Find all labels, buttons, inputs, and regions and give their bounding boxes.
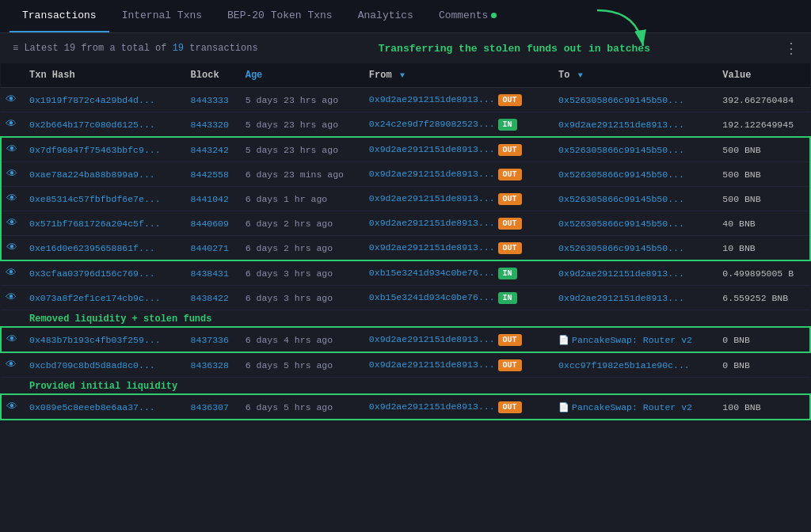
col-value: Value [718, 63, 810, 88]
txn-hash-link[interactable]: 0x089e5c8eeeb8e6aa37... [29, 402, 155, 412]
to-address[interactable]: 0x526305866c99145b50... [558, 145, 684, 155]
col-eye [1, 63, 25, 88]
from-address[interactable]: 0x9d2ae2912151de8913... [369, 242, 495, 253]
age-cell: 5 days 23 hrs ago [241, 112, 364, 138]
tab-transactions[interactable]: Transactions [10, 0, 109, 32]
to-address[interactable]: 0x526305866c99145b50... [558, 243, 684, 253]
table-row: 👁0xcbd709c8bd5d8ad8c0...84363286 days 5 … [1, 352, 810, 378]
eye-icon[interactable]: 👁 [6, 217, 17, 230]
value-cell: 40 BNB [718, 211, 810, 236]
block-link[interactable]: 8436328 [191, 360, 229, 370]
from-address[interactable]: 0x9d2ae2912151de8913... [369, 401, 495, 412]
block-link[interactable]: 8443320 [191, 120, 229, 130]
eye-icon[interactable]: 👁 [6, 168, 17, 180]
from-address[interactable]: 0x9d2ae2912151de8913... [369, 334, 495, 344]
eye-icon[interactable]: 👁 [6, 192, 17, 205]
label-text: Provided initial liquidity [1, 378, 810, 395]
direction-badge: OUT [498, 94, 522, 106]
tab-comments[interactable]: Comments [426, 0, 509, 32]
col-age: Age [241, 63, 364, 88]
txn-count[interactable]: 19 [173, 43, 184, 54]
from-address[interactable]: 0x9d2ae2912151de8913... [369, 218, 495, 228]
from-address[interactable]: 0xb15e3241d934c0be76... [369, 268, 495, 278]
age-cell: 5 days 23 hrs ago [241, 88, 364, 112]
comments-dot-icon [491, 13, 497, 18]
block-link[interactable]: 8443333 [191, 95, 229, 105]
direction-badge: OUT [498, 359, 522, 371]
block-link[interactable]: 8437336 [191, 335, 229, 345]
txn-hash-link[interactable]: 0x3cfaa03796d156c769... [29, 268, 155, 279]
value-cell: 500 BNB [718, 162, 810, 187]
table-row: 👁0x3cfaa03796d156c769...84384316 days 3 … [1, 260, 810, 286]
txn-hash-link[interactable]: 0x571bf7681726a204c5f... [29, 218, 161, 229]
txn-hash-link[interactable]: 0xe85314c57fbfbdf6e7e... [29, 194, 161, 204]
eye-icon[interactable]: 👁 [6, 118, 17, 131]
from-address[interactable]: 0x24c2e9d7f289082523... [369, 119, 495, 129]
to-address[interactable]: 0x526305866c99145b50... [558, 169, 684, 180]
age-cell: 6 days 2 hrs ago [241, 236, 364, 261]
txn-hash-link[interactable]: 0xae78a224ba88b899a9... [29, 169, 155, 180]
block-link[interactable]: 8440271 [191, 243, 229, 253]
to-address[interactable]: 0x9d2ae2912151de8913... [558, 268, 684, 279]
from-address[interactable]: 0xb15e3241d934c0be76... [369, 292, 495, 302]
block-link[interactable]: 8438431 [191, 268, 229, 279]
eye-icon[interactable]: 👁 [6, 267, 17, 279]
direction-badge: OUT [498, 218, 522, 230]
block-link[interactable]: 8436307 [191, 402, 229, 412]
eye-icon[interactable]: 👁 [6, 291, 17, 304]
txn-hash-link[interactable]: 0x7df96847f75463bbfc9... [29, 145, 161, 155]
block-link[interactable]: 8442558 [191, 169, 229, 180]
value-cell: 10 BNB [718, 236, 810, 261]
from-address[interactable]: 0x9d2ae2912151de8913... [369, 94, 495, 104]
block-link[interactable]: 8440609 [191, 218, 229, 229]
to-address[interactable]: 0x526305866c99145b50... [558, 218, 684, 229]
to-address[interactable]: 0x526305866c99145b50... [558, 194, 684, 204]
tab-analytics[interactable]: Analytics [345, 0, 426, 32]
table-row: 👁0x483b7b193c4fb03f259...84373366 days 4… [1, 327, 810, 352]
to-address[interactable]: 0x526305866c99145b50... [558, 95, 684, 105]
to-address[interactable]: 0x9d2ae2912151de8913... [558, 293, 684, 303]
txn-hash-link[interactable]: 0x1919f7872c4a29bd4d... [29, 95, 155, 105]
value-cell: 500 BNB [718, 137, 810, 162]
eye-icon[interactable]: 👁 [6, 333, 17, 346]
eye-icon[interactable]: 👁 [6, 143, 17, 156]
to-filter-icon[interactable]: ▼ [578, 71, 583, 80]
txn-hash-link[interactable]: 0x073a8f2ef1ce174cb9c... [29, 293, 161, 303]
tab-bep20[interactable]: BEP-20 Token Txns [215, 0, 345, 32]
to-address[interactable]: 0x9d2ae2912151de8913... [558, 120, 684, 130]
eye-icon[interactable]: 👁 [6, 401, 17, 413]
transactions-table: Txn Hash Block Age From ▼ To ▼ Value 👁0x… [0, 63, 811, 420]
direction-badge: OUT [498, 334, 522, 346]
from-address[interactable]: 0x9d2ae2912151de8913... [369, 169, 495, 179]
tab-internal-txns[interactable]: Internal Txns [109, 0, 215, 32]
value-cell: 100 BNB [718, 394, 810, 420]
to-address[interactable]: 0xcc97f1982e5b1a1e90c... [558, 360, 690, 370]
age-cell: 5 days 23 hrs ago [241, 137, 364, 162]
eye-icon[interactable]: 👁 [6, 359, 17, 371]
from-filter-icon[interactable]: ▼ [400, 71, 405, 80]
table-row: 👁0xe16d0e62395658861f...84402716 days 2 … [1, 236, 810, 261]
age-cell: 6 days 1 hr ago [241, 187, 364, 211]
eye-icon[interactable]: 👁 [6, 241, 17, 254]
block-link[interactable]: 8441042 [191, 194, 229, 204]
col-from: From ▼ [364, 63, 554, 88]
eye-icon[interactable]: 👁 [6, 93, 17, 106]
label-row: Removed liquidity + stolen funds [1, 310, 810, 328]
to-address[interactable]: PancakeSwap: Router v2 [572, 335, 692, 345]
txn-hash-link[interactable]: 0xe16d0e62395658861f... [29, 243, 155, 253]
to-address[interactable]: PancakeSwap: Router v2 [572, 402, 692, 412]
toolbar-suffix: transactions [184, 43, 258, 54]
from-address[interactable]: 0x9d2ae2912151de8913... [369, 359, 495, 370]
txn-hash-link[interactable]: 0x2b664b177c080d6125... [29, 120, 155, 130]
table-row: 👁0x571bf7681726a204c5f...84406096 days 2… [1, 211, 810, 236]
block-link[interactable]: 8443242 [191, 145, 229, 155]
txn-hash-link[interactable]: 0xcbd709c8bd5d8ad8c0... [29, 360, 155, 370]
more-options-button[interactable]: ⋮ [784, 40, 798, 57]
direction-badge: OUT [498, 144, 522, 156]
from-address[interactable]: 0x9d2ae2912151de8913... [369, 193, 495, 203]
col-block: Block [186, 63, 241, 88]
from-address[interactable]: 0x9d2ae2912151de8913... [369, 144, 495, 154]
block-link[interactable]: 8438422 [191, 293, 229, 303]
txn-hash-link[interactable]: 0x483b7b193c4fb03f259... [29, 335, 161, 345]
col-to: To ▼ [554, 63, 718, 88]
